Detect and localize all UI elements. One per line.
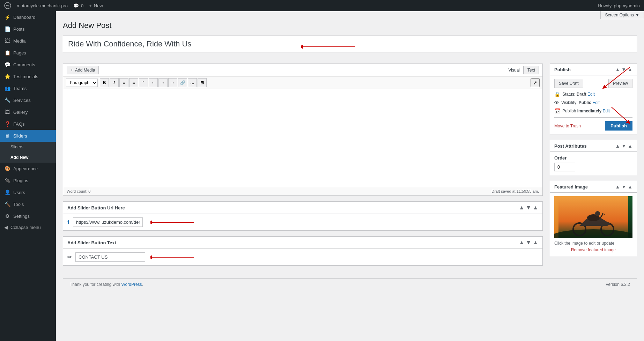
- slider-text-up-button[interactable]: ▲: [519, 239, 524, 246]
- table-button[interactable]: ⊞: [198, 78, 207, 87]
- featured-image[interactable]: [554, 196, 632, 238]
- italic-button[interactable]: I: [110, 78, 119, 87]
- media-icon: 🖼: [4, 38, 10, 44]
- wp-logo-icon: W: [4, 2, 11, 9]
- publish-bottom-actions: Move to Trash Publish: [554, 117, 632, 131]
- main-content: Screen Options ▼ Add New Post: [56, 11, 644, 341]
- status-edit-link[interactable]: Edit: [587, 92, 595, 97]
- unordered-list-button[interactable]: ≡: [119, 78, 128, 87]
- attributes-collapse-up[interactable]: ▲: [615, 143, 620, 149]
- align-left-button[interactable]: ←: [149, 78, 158, 87]
- bold-button[interactable]: B: [100, 78, 109, 87]
- dashboard-icon: ⚡: [4, 14, 10, 20]
- editor-formatting: Paragraph B I ≡ ≡ " ← ↔ → 🔗 …: [63, 77, 542, 89]
- new-item[interactable]: + New: [89, 3, 103, 8]
- sidebar-item-gallery[interactable]: 🖼 Gallery: [0, 106, 56, 118]
- sliders-sub-label: Sliders: [10, 144, 23, 149]
- admin-bar: W motorcycle-mechanic-pro 💬 0 + New Howd…: [0, 0, 644, 11]
- remove-featured-image-link[interactable]: Remove featured image: [571, 247, 616, 252]
- sidebar-item-media[interactable]: 🖼 Media: [0, 35, 56, 47]
- howdy-item[interactable]: Howdy, phpmyadmin: [598, 3, 640, 8]
- editor-body[interactable]: [63, 89, 542, 187]
- post-attributes-header: Post Attributes ▲ ▼ ▲: [550, 140, 637, 152]
- slider-text-input[interactable]: [75, 252, 145, 262]
- testimonials-icon: ⭐: [4, 73, 10, 80]
- svg-line-9: [612, 107, 627, 121]
- text-arrow: [150, 254, 196, 261]
- move-to-trash-link[interactable]: Move to Trash: [554, 124, 581, 128]
- footer-credit: Thank you for creating with WordPress.: [70, 282, 143, 287]
- slider-url-down-button[interactable]: ▼: [526, 205, 531, 211]
- sidebar-item-comments[interactable]: 💬 Comments: [0, 59, 56, 71]
- collapse-menu-item[interactable]: ◀ Collapse menu: [0, 222, 56, 233]
- attributes-collapse-down[interactable]: ▼: [621, 143, 626, 149]
- site-name-item[interactable]: motorcycle-mechanic-pro: [17, 3, 68, 8]
- sidebar-item-sliders[interactable]: 🖥 Sliders: [0, 130, 56, 142]
- visual-text-tabs: Visual Text: [505, 66, 539, 74]
- sidebar-item-faqs[interactable]: ❓ FAQs: [0, 118, 56, 130]
- sidebar-item-tools[interactable]: 🔨 Tools: [0, 198, 56, 210]
- wp-logo-item[interactable]: W: [4, 2, 11, 9]
- featured-image-close[interactable]: ▲: [628, 184, 632, 190]
- postbox-container: Publish ▲ ▼ ▲ Save Draft: [543, 64, 637, 271]
- sidebar-item-settings[interactable]: ⚙ Settings: [0, 210, 56, 222]
- slider-url-close-button[interactable]: ▲: [533, 205, 538, 211]
- sliders-submenu: Sliders Add New: [0, 142, 56, 163]
- sidebar-settings-label: Settings: [13, 214, 30, 219]
- sidebar-sub-add-new[interactable]: Add New: [0, 152, 56, 163]
- sidebar-item-label: Teams: [13, 86, 27, 91]
- more-button[interactable]: …: [188, 78, 197, 87]
- tab-visual[interactable]: Visual: [505, 66, 524, 74]
- featured-image-arrow: [599, 64, 634, 91]
- svg-line-19: [606, 67, 630, 86]
- page-title: Add New Post: [63, 21, 637, 30]
- motorcycle-image-svg: [554, 196, 632, 238]
- sidebar-appearance-label: Appearance: [13, 166, 38, 171]
- screen-options-button[interactable]: Screen Options ▼: [600, 11, 644, 19]
- sidebar-item-testimonials[interactable]: ⭐ Testimonials: [0, 71, 56, 82]
- sidebar-item-appearance[interactable]: 🎨 Appearance: [0, 163, 56, 175]
- slider-url-input[interactable]: [73, 217, 143, 227]
- wordpress-link[interactable]: WordPress: [121, 282, 142, 287]
- slider-url-up-button[interactable]: ▲: [519, 205, 524, 211]
- sidebar-item-label: Testimonials: [13, 74, 38, 79]
- sidebar-item-label: Comments: [13, 62, 35, 67]
- slider-text-close-button[interactable]: ▲: [533, 239, 538, 246]
- tab-text[interactable]: Text: [524, 66, 539, 74]
- sidebar-item-label: Services: [13, 98, 31, 103]
- sidebar-item-users[interactable]: 👤 Users: [0, 186, 56, 198]
- order-input[interactable]: [554, 163, 575, 171]
- blockquote-button[interactable]: ": [139, 78, 148, 87]
- sidebar-item-plugins[interactable]: 🔌 Plugins: [0, 175, 56, 186]
- sidebar-sub-sliders[interactable]: Sliders: [0, 142, 56, 152]
- slider-text-down-button[interactable]: ▼: [526, 239, 531, 246]
- visibility-icon: 👁: [554, 100, 559, 105]
- sidebar-item-posts[interactable]: 📄 Posts: [0, 23, 56, 35]
- link-button[interactable]: 🔗: [178, 78, 187, 87]
- expand-editor-button[interactable]: ⤢: [531, 78, 540, 87]
- comments-item[interactable]: 💬 0: [73, 3, 83, 8]
- add-new-sub-label: Add New: [10, 155, 28, 160]
- editor-toolbar-top: + Add Media Visual Text: [63, 64, 542, 77]
- slider-url-title: Add Slider Button Url Here: [67, 205, 125, 210]
- ordered-list-button[interactable]: ≡: [129, 78, 138, 87]
- add-media-button[interactable]: + Add Media: [67, 66, 99, 74]
- save-draft-button[interactable]: Save Draft: [554, 79, 583, 88]
- featured-image-down[interactable]: ▼: [621, 184, 626, 190]
- slider-text-metabox-header[interactable]: Add Slider Button Text ▲ ▼ ▲: [63, 237, 542, 249]
- slider-url-metabox-header[interactable]: Add Slider Button Url Here ▲ ▼ ▲: [63, 202, 542, 214]
- attributes-close[interactable]: ▲: [628, 143, 632, 149]
- sidebar-item-services[interactable]: 🔧 Services: [0, 94, 56, 106]
- sidebar-item-teams[interactable]: 👥 Teams: [0, 82, 56, 94]
- featured-image-up[interactable]: ▲: [615, 184, 620, 190]
- sidebar-plugins-label: Plugins: [13, 178, 28, 183]
- sidebar-item-label: Media: [13, 38, 25, 44]
- align-right-button[interactable]: →: [168, 78, 177, 87]
- sidebar-item-pages[interactable]: 📋 Pages: [0, 47, 56, 59]
- sidebar-item-dashboard[interactable]: ⚡ Dashboard: [0, 11, 56, 23]
- align-center-button[interactable]: ↔: [158, 78, 168, 87]
- paragraph-select[interactable]: Paragraph: [66, 79, 98, 87]
- visibility-edit-link[interactable]: Edit: [592, 100, 600, 105]
- faqs-icon: ❓: [4, 121, 10, 127]
- slider-url-controls: ▲ ▼ ▲: [519, 205, 538, 211]
